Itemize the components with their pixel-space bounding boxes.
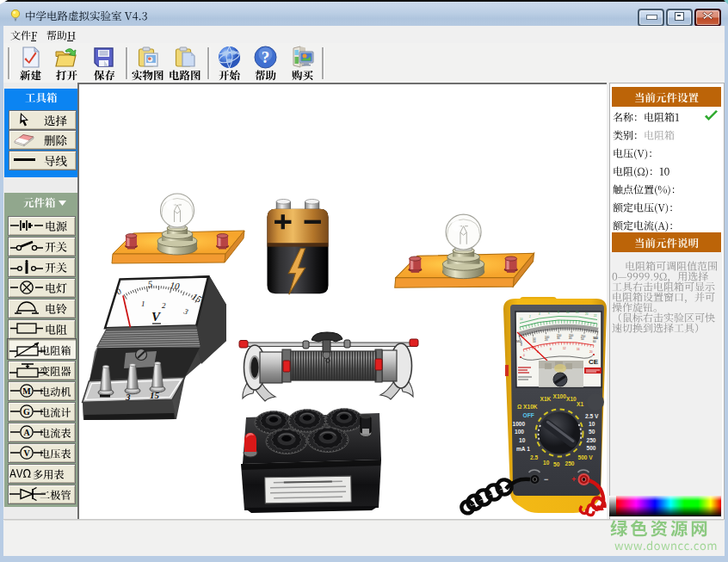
svg-text:V: V [23, 448, 30, 458]
svg-text:X1: X1 [577, 401, 583, 407]
svg-text:X10: X10 [566, 396, 577, 402]
svg-text:A: A [23, 428, 30, 437]
svg-text:10: 10 [543, 460, 550, 466]
svg-text:50: 50 [553, 461, 560, 467]
svg-text:250: 250 [587, 437, 596, 443]
svg-text:500 V: 500 V [578, 454, 594, 460]
svg-text:kΩ: kΩ [594, 336, 598, 340]
svg-text:10: 10 [520, 318, 523, 321]
svg-text:2: 2 [162, 301, 166, 310]
svg-text:Ω X10K: Ω X10K [517, 404, 538, 410]
svg-text:250: 250 [565, 460, 575, 466]
svg-text:2.5 V: 2.5 V [585, 413, 599, 419]
svg-text:−: − [544, 475, 548, 484]
svg-text:1: 1 [141, 300, 145, 308]
svg-text:0: 0 [521, 343, 522, 347]
svg-text:30: 30 [557, 337, 560, 340]
svg-text:10: 10 [589, 421, 595, 427]
svg-text:0: 0 [523, 354, 525, 357]
svg-text:20: 20 [585, 312, 589, 316]
svg-text:10: 10 [533, 340, 536, 343]
svg-text:16: 16 [577, 348, 580, 351]
svg-text:OFF: OFF [523, 412, 534, 418]
svg-text:3: 3 [125, 392, 131, 402]
svg-text:40: 40 [569, 337, 572, 340]
svg-text:15: 15 [150, 390, 160, 400]
svg-text:X1K: X1K [540, 396, 552, 402]
svg-text:15: 15 [576, 311, 579, 314]
svg-text:1000: 1000 [513, 421, 526, 427]
svg-text:12: 12 [563, 347, 566, 350]
svg-text:8: 8 [550, 348, 552, 351]
svg-text:50: 50 [581, 337, 584, 341]
svg-text:20: 20 [589, 350, 593, 354]
svg-text:CE: CE [589, 358, 599, 366]
svg-text:100: 100 [515, 429, 524, 435]
svg-text:50: 50 [589, 429, 595, 435]
svg-text:10: 10 [519, 437, 526, 443]
svg-text:X100: X100 [553, 393, 567, 399]
svg-text:M: M [22, 386, 31, 396]
svg-text:22: 22 [594, 314, 597, 318]
svg-text:60: 60 [593, 340, 596, 343]
svg-text:20: 20 [545, 338, 548, 342]
svg-text:10: 10 [170, 280, 181, 291]
svg-text:G: G [23, 407, 30, 417]
svg-text:500: 500 [587, 445, 596, 451]
svg-text:2.5: 2.5 [530, 454, 538, 460]
svg-text:MΩ: MΩ [516, 339, 521, 343]
svg-text:+: + [571, 475, 576, 484]
svg-text:?: ? [262, 48, 270, 66]
svg-text:10: 10 [566, 311, 570, 314]
svg-text:mA 1: mA 1 [516, 446, 530, 452]
